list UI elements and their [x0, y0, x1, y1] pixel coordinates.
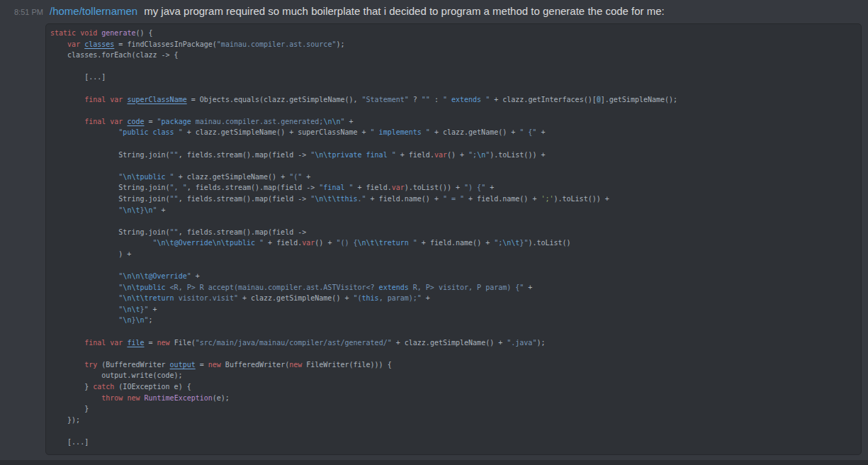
code-line: String.join("", fields.stream().map(fiel…	[50, 150, 855, 161]
code-line	[50, 160, 855, 172]
code-line: "\n\tpublic <R, P> R accept(mainau.compi…	[50, 282, 855, 293]
code-line: "\n\t@Override\n\tpublic " + field.var()…	[50, 237, 855, 249]
code-line: [...]	[50, 437, 855, 448]
code-line: } catch (IOException e) {	[50, 381, 855, 393]
code-line: ) +	[50, 249, 855, 260]
next-message-edge	[0, 460, 868, 465]
code-line	[50, 259, 855, 271]
code-line: "\n}\n";	[50, 315, 855, 326]
code-line: }	[50, 403, 855, 415]
code-line	[50, 105, 855, 116]
code-line	[50, 138, 855, 150]
message-timestamp: 8:51 PM	[14, 8, 43, 16]
code-line: try (BufferedWriter output = new Buffere…	[50, 359, 855, 371]
code-line: throw new RuntimeException(e);	[50, 393, 855, 404]
code-block: static void generate() { var classes = f…	[45, 23, 862, 455]
code-line: String.join("", fields.stream().map(fiel…	[50, 194, 855, 205]
code-line	[50, 61, 855, 72]
code-line: final var code = "package mainau.compile…	[50, 116, 855, 128]
code-content: static void generate() { var classes = f…	[50, 28, 855, 448]
message-text: my java program required so much boilerp…	[144, 5, 665, 17]
code-line: "\n\t}\n" +	[50, 205, 855, 216]
code-line: [...]	[50, 72, 855, 83]
code-line: String.join(", ", fields.stream().map(fi…	[50, 182, 855, 194]
code-line	[50, 348, 855, 359]
code-line: String.join("", fields.stream().map(fiel…	[50, 227, 855, 238]
code-line	[50, 83, 855, 94]
code-line: static void generate() {	[50, 28, 855, 39]
code-line	[50, 215, 855, 227]
code-line: "\n\t\treturn visitor.visit" + clazz.get…	[50, 293, 855, 304]
code-line: var classes = findClassesInPackage("main…	[50, 39, 855, 50]
code-line: output.write(code);	[50, 370, 855, 381]
code-line: final var file = new File("src/main/java…	[50, 337, 855, 349]
message-username[interactable]: /home/tollernamen	[50, 5, 137, 17]
code-line: "\n\n\t@Override" +	[50, 271, 855, 282]
code-line: "\n\t}" +	[50, 304, 855, 315]
code-line: });	[50, 415, 855, 426]
chat-message-header: 8:51 PM /home/tollernamen my java progra…	[0, 0, 868, 17]
code-line	[50, 326, 855, 337]
code-line: "\n\tpublic " + clazz.getSimpleName() + …	[50, 172, 855, 183]
code-line: final var superClassName = Objects.equal…	[50, 94, 855, 106]
code-line: "public class " + clazz.getSimpleName() …	[50, 127, 855, 138]
code-line	[50, 425, 855, 437]
code-line: classes.forEach(clazz -> {	[50, 50, 855, 61]
